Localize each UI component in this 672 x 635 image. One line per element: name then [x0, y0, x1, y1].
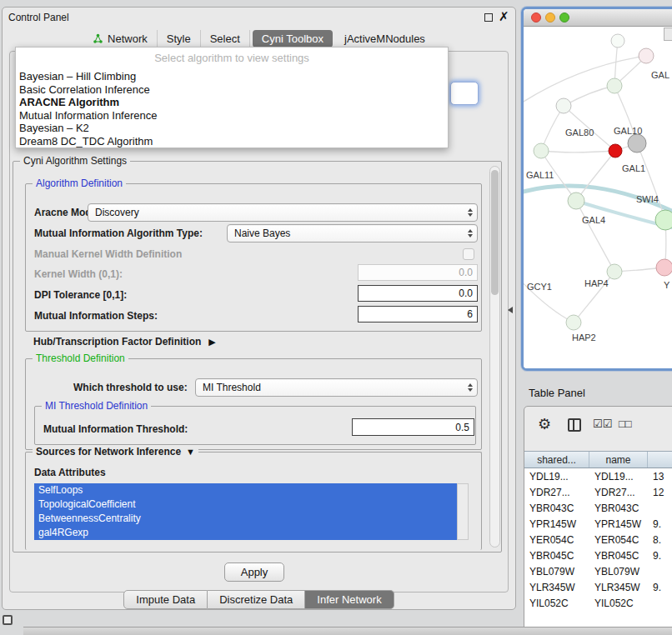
table-row[interactable]: YDL19... YDL19... 13 — [524, 468, 672, 484]
network-node-selected[interactable] — [609, 144, 622, 158]
mi-threshold-field[interactable]: 0.5 — [352, 418, 474, 436]
network-node[interactable] — [534, 143, 549, 158]
network-node-label: GAL4 — [582, 215, 605, 225]
algorithm-option[interactable]: Bayesian – K2 — [16, 122, 448, 135]
collapsed-triangle-icon[interactable]: ▶ — [208, 337, 215, 348]
table-row[interactable]: YBR043C YBR043C — [524, 500, 672, 516]
group-title: Threshold Definition — [33, 352, 128, 364]
sources-title: Sources for Network Inference ▼ — [33, 446, 198, 458]
splitter-collapse-icon[interactable] — [508, 307, 513, 313]
hub-definition-section[interactable]: Hub/Transcription Factor Definition ▶ — [33, 336, 216, 348]
tab-infer-network[interactable]: Infer Network — [305, 590, 394, 609]
table-cell: YER054C — [589, 532, 648, 548]
aracne-mode-select[interactable]: Discovery — [88, 203, 478, 222]
network-node[interactable] — [628, 134, 646, 152]
combo-arrows-icon — [468, 383, 473, 392]
mi-steps-field[interactable]: 6 — [358, 306, 478, 322]
select-all-rows-icon[interactable]: ☑☑ — [593, 418, 612, 430]
network-node-label: GAL1 — [622, 163, 645, 173]
tab-discretize-data[interactable]: Discretize Data — [208, 590, 305, 609]
table-cell: YDL19... — [589, 468, 648, 484]
combo-arrows-icon — [468, 229, 473, 238]
minimize-traffic-light[interactable] — [545, 12, 555, 22]
network-view-window: GAL80 GAL10 GAL11 GAL1 SWI4 GAL4 GCY1 HA… — [521, 7, 672, 371]
network-node[interactable] — [568, 192, 584, 209]
tab-jactivemnodules[interactable]: jActiveMNodules — [335, 30, 434, 48]
table-cell: 9. — [648, 579, 672, 595]
network-node-label: GAL80 — [565, 128, 594, 138]
apply-button[interactable]: Apply — [224, 562, 284, 582]
threshold-definition-group: Threshold Definition Which threshold to … — [25, 358, 482, 450]
bottom-status-strip — [23, 627, 672, 635]
network-node[interactable] — [556, 98, 571, 113]
network-window-titlebar[interactable] — [524, 9, 672, 27]
tab-style[interactable]: Style — [158, 30, 201, 48]
network-node[interactable] — [566, 315, 581, 330]
cyni-algorithm-settings-group: Cyni Algorithm Settings Algorithm Defini… — [13, 161, 502, 552]
table-row[interactable]: YER054C YER054C 8. — [524, 532, 672, 548]
network-node[interactable] — [607, 264, 622, 279]
close-traffic-light[interactable] — [531, 12, 541, 22]
network-canvas[interactable]: GAL80 GAL10 GAL11 GAL1 SWI4 GAL4 GCY1 HA… — [524, 27, 672, 368]
network-node-label: GAL11 — [526, 170, 554, 180]
checked-box-icon: ☑ — [593, 418, 603, 430]
dpi-tolerance-label: DPI Tolerance [0,1]: — [34, 289, 127, 301]
network-node[interactable] — [656, 259, 672, 276]
column-header[interactable]: name — [589, 452, 648, 468]
network-node[interactable] — [611, 34, 624, 48]
threshold-select[interactable]: MI Threshold — [195, 378, 478, 397]
tab-label: Network — [108, 32, 148, 45]
list-item-selected[interactable]: SelfLoops — [34, 483, 457, 498]
column-header[interactable] — [648, 452, 672, 468]
combo-arrows-icon — [468, 208, 473, 217]
mi-steps-label: Mutual Information Steps: — [34, 310, 158, 322]
close-icon[interactable]: ✗ — [499, 10, 509, 23]
focused-field[interactable] — [450, 82, 479, 105]
list-item-selected[interactable]: TopologicalCoefficient — [34, 498, 457, 512]
group-title-text: Sources for Network Inference — [36, 446, 181, 458]
field-value: 0.0 — [459, 288, 473, 299]
network-node[interactable] — [639, 48, 654, 63]
tab-cyni-toolbox[interactable]: Cyni Toolbox — [253, 30, 333, 48]
table-row[interactable]: YDR27... YDR27... 12 — [524, 484, 672, 500]
algorithm-option-selected[interactable]: ARACNE Algorithm — [16, 96, 448, 109]
scrollbar-thumb[interactable] — [491, 170, 499, 295]
table-row[interactable]: YBL079W YBL079W — [524, 563, 672, 579]
list-item-selected[interactable]: BetweennessCentrality — [34, 512, 457, 526]
table-cell: 12 — [648, 484, 672, 500]
network-node[interactable] — [655, 210, 672, 230]
table-row[interactable]: YPR145W YPR145W 9. — [524, 516, 672, 532]
float-window-icon[interactable] — [484, 13, 493, 22]
list-item-selected[interactable]: gal4RGexp — [34, 526, 457, 540]
table-row[interactable]: YLR345W YLR345W 9. — [524, 579, 672, 595]
tab-impute-data[interactable]: Impute Data — [123, 590, 208, 609]
manual-kernel-label: Manual Kernel Width Definition — [34, 248, 182, 260]
network-node-label: GAL10 — [614, 126, 642, 136]
dpi-tolerance-field[interactable]: 0.0 — [358, 285, 478, 302]
algorithm-option[interactable]: Mutual Information Inference — [16, 109, 448, 122]
table-row[interactable]: YIL052C YIL052C — [524, 595, 672, 611]
settings-scrollbar[interactable] — [489, 166, 500, 548]
column-header[interactable]: shared... — [524, 452, 589, 468]
zoom-traffic-light[interactable] — [559, 12, 569, 22]
algorithm-option[interactable]: Bayesian – Hill Climbing — [16, 70, 448, 83]
algorithm-definition-group: Algorithm Definition Aracne Mode: Discov… — [25, 183, 482, 332]
list-scrollbar[interactable] — [457, 483, 469, 540]
gear-icon[interactable]: ⚙ — [538, 415, 551, 433]
deselect-all-rows-icon[interactable]: □□ — [619, 418, 632, 430]
expanded-triangle-icon[interactable]: ▼ — [186, 446, 195, 458]
algorithm-option[interactable]: Basic Correlation Inference — [16, 83, 448, 97]
which-threshold-label: Which threshold to use: — [73, 382, 188, 393]
mi-type-select[interactable]: Naive Bayes — [227, 224, 478, 242]
network-node[interactable] — [607, 78, 622, 93]
selected-value: MI Threshold — [203, 382, 261, 393]
table-row[interactable]: YBR045C YBR045C 9. — [524, 548, 672, 563]
table-cell: YDR27... — [524, 484, 589, 500]
canvas-scrollbar-corner[interactable] — [664, 28, 672, 41]
tab-select[interactable]: Select — [201, 30, 250, 48]
group-title: Cyni Algorithm Settings — [20, 155, 130, 167]
select-columns-icon[interactable] — [568, 418, 581, 432]
dock-panel-icon[interactable] — [3, 615, 13, 625]
tab-network[interactable]: Network — [83, 30, 158, 48]
algorithm-option[interactable]: Dream8 DC_TDC Algorithm — [16, 135, 448, 148]
